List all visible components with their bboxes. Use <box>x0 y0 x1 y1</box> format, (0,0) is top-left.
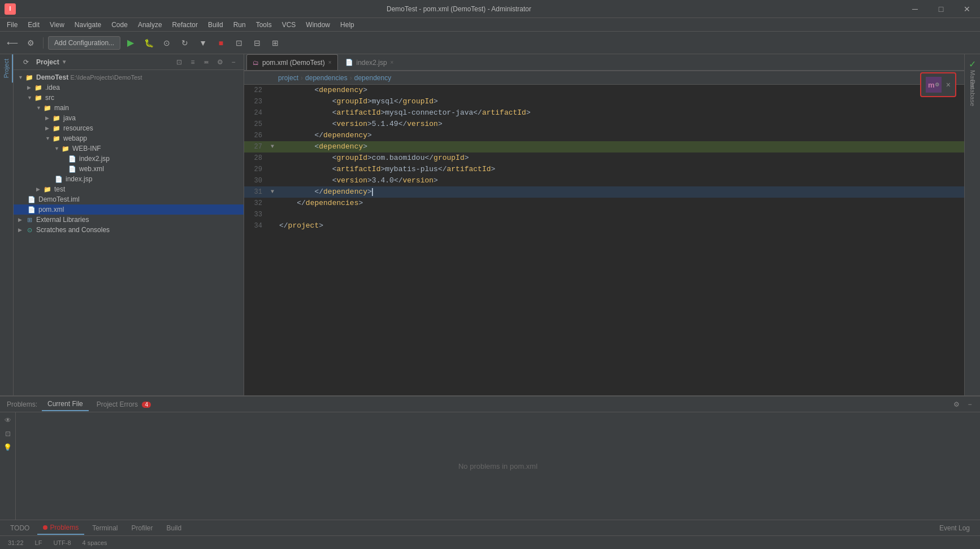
close-button[interactable]: ✕ <box>954 0 980 18</box>
breadcrumb-dependency[interactable]: dependency <box>354 74 391 82</box>
tab-index2[interactable]: 📄 index2.jsp × <box>339 54 400 70</box>
bottom-tool-bulb[interactable]: 💡 <box>2 442 14 453</box>
menu-code[interactable]: Code <box>107 20 132 30</box>
tab-close-index2[interactable]: × <box>391 59 394 66</box>
bottom-tool-eye[interactable]: 👁 <box>2 415 14 426</box>
tree-item-webinf[interactable]: ▼ 📁 WEB-INF <box>14 143 244 154</box>
menu-view[interactable]: View <box>45 20 69 30</box>
tree-arrow-idea[interactable]: ▶ <box>27 85 34 90</box>
bottom-settings-btn[interactable]: ⚙ <box>951 399 962 410</box>
tab-close-pom[interactable]: × <box>328 59 332 66</box>
btab-terminal[interactable]: Terminal <box>86 522 123 534</box>
tree-item-src[interactable]: ▼ 📁 src <box>14 93 244 103</box>
menu-tools[interactable]: Tools <box>251 20 276 30</box>
tree-arrow-webinf[interactable]: ▼ <box>54 146 61 151</box>
bottom-tool-box[interactable]: ⊡ <box>2 428 14 439</box>
maven-popup[interactable]: m ⚙ × <box>920 72 956 97</box>
btab-problems[interactable]: Problems <box>37 521 84 535</box>
tree-item-indexjsp[interactable]: 📄 index.jsp <box>14 174 244 184</box>
tree-item-resources[interactable]: ▶ 📁 resources <box>14 123 244 133</box>
tree-arrow-main[interactable]: ▼ <box>36 105 43 111</box>
tree-arrow-src[interactable]: ▼ <box>27 95 34 101</box>
menu-build[interactable]: Build <box>203 20 228 30</box>
tree-item-ext-libs[interactable]: ▶ ⊞ External Libraries <box>14 215 244 225</box>
bottom-tab-project-errors[interactable]: Project Errors 4 <box>91 398 157 411</box>
menu-navigate[interactable]: Navigate <box>70 20 106 30</box>
tree-arrow-java[interactable]: ▶ <box>45 115 52 121</box>
toolbar-stop-btn[interactable]: ■ <box>213 35 229 51</box>
database-label[interactable]: Database <box>967 88 978 99</box>
toolbar-reload-btn[interactable]: ↻ <box>177 35 193 51</box>
tab-pom[interactable]: 🗂 pom.xml (DemoTest) × <box>246 54 338 70</box>
tree-arrow-ext-libs[interactable]: ▶ <box>18 217 25 223</box>
tree-item-scratches[interactable]: ▶ ⊙ Scratches and Consoles <box>14 225 244 235</box>
bottom-content: 👁 ⊡ 💡 No problems in pom.xml <box>0 412 980 520</box>
window-title: DemoTest - pom.xml (DemoTest) - Administ… <box>387 5 531 13</box>
project-tool-3[interactable]: ≖ <box>201 56 212 68</box>
maximize-button[interactable]: □ <box>928 0 954 18</box>
tree-item-main[interactable]: ▼ 📁 main <box>14 103 244 113</box>
btab-todo[interactable]: TODO <box>5 522 35 534</box>
bottom-tab-current-file[interactable]: Current File <box>42 398 89 411</box>
menu-file[interactable]: File <box>2 20 22 30</box>
project-tool-1[interactable]: ⊡ <box>174 56 185 68</box>
btab-profiler[interactable]: Profiler <box>126 522 159 534</box>
code-line-29: 29 <artifactId>mybatis-plus</artifactId> <box>244 164 964 175</box>
bottom-main-content: No problems in pom.xml <box>16 412 980 520</box>
add-configuration-button[interactable]: Add Configuration... <box>48 36 120 50</box>
breadcrumb-dependencies[interactable]: dependencies <box>305 74 348 82</box>
toolbar-settings-btn[interactable]: ⚙ <box>23 35 38 51</box>
tree-item-demotest[interactable]: ▼ 📁 DemoTest E:\IdeaProjects\DemoTest <box>14 72 244 82</box>
menu-vcs[interactable]: VCS <box>277 20 301 30</box>
code-editor[interactable]: 22 <dependency> 23 <groupId>mysql</group… <box>244 85 964 395</box>
toolbar-dropdown-btn[interactable]: ▼ <box>195 35 211 51</box>
maven-popup-close[interactable]: × <box>946 80 951 89</box>
menu-run[interactable]: Run <box>229 20 250 30</box>
breadcrumb-project[interactable]: project <box>278 74 298 82</box>
toolbar-frame-btn[interactable]: ⊡ <box>231 35 247 51</box>
bottom-close-btn[interactable]: − <box>964 399 975 410</box>
tree-item-idea[interactable]: ▶ 📁 .idea <box>14 82 244 93</box>
minimize-button[interactable]: ─ <box>902 0 928 18</box>
tree-item-java[interactable]: ▶ 📁 java <box>14 113 244 123</box>
toolbar-layout-btn[interactable]: ⊟ <box>249 35 265 51</box>
tree-item-demotestiml[interactable]: 📄 DemoTest.iml <box>14 194 244 204</box>
menu-edit[interactable]: Edit <box>23 20 44 30</box>
menu-analyze[interactable]: Analyze <box>133 20 167 30</box>
line-content-32: </dependencies> <box>277 198 964 209</box>
line-content-23: <groupId>mysql</groupId> <box>277 96 964 107</box>
menu-help[interactable]: Help <box>336 20 359 30</box>
gutter-27[interactable]: ▼ <box>268 141 277 152</box>
tree-label-resources: resources <box>63 124 93 132</box>
menu-refactor[interactable]: Refactor <box>168 20 202 30</box>
tree-item-index2jsp[interactable]: 📄 index2.jsp <box>14 154 244 164</box>
toolbar-run-btn[interactable]: ▶ <box>123 35 138 51</box>
project-sync-icon[interactable]: ⟳ <box>18 54 34 70</box>
code-line-25: 25 <version>5.1.49</version> <box>244 119 964 130</box>
menu-window[interactable]: Window <box>301 20 335 30</box>
line-content-34: </project> <box>277 220 964 232</box>
btab-build[interactable]: Build <box>161 522 188 534</box>
project-close-icon[interactable]: − <box>228 56 239 68</box>
breadcrumb-sep1: › <box>301 74 303 82</box>
toolbar-expand-btn[interactable]: ⊞ <box>267 35 283 51</box>
btab-event-log[interactable]: Event Log <box>934 522 975 534</box>
tree-item-pomxml[interactable]: 📄 pom.xml <box>14 204 244 215</box>
toolbar-back-btn[interactable]: ⟵ <box>5 35 20 51</box>
tree-label-main: main <box>54 104 69 112</box>
project-dropdown-icon[interactable]: ▼ <box>62 59 67 65</box>
gutter-31[interactable]: ▼ <box>268 186 277 198</box>
tree-arrow-demotest[interactable]: ▼ <box>18 75 25 80</box>
project-settings-icon[interactable]: ⚙ <box>214 56 226 68</box>
tree-arrow-resources[interactable]: ▶ <box>45 125 52 131</box>
toolbar-coverage-btn[interactable]: ⊙ <box>159 35 175 51</box>
project-tool-2[interactable]: ≡ <box>187 56 198 68</box>
tree-arrow-scratches[interactable]: ▶ <box>18 227 25 233</box>
tree-arrow-test[interactable]: ▶ <box>36 186 43 192</box>
toolbar-debug-btn[interactable]: 🐛 <box>141 35 157 51</box>
project-tab[interactable]: Project <box>1 54 13 82</box>
tree-arrow-webapp[interactable]: ▼ <box>45 136 52 141</box>
tree-item-test[interactable]: ▶ 📁 test <box>14 184 244 194</box>
tree-item-webxml[interactable]: 📄 web.xml <box>14 164 244 174</box>
tree-item-webapp[interactable]: ▼ 📁 webapp <box>14 133 244 143</box>
